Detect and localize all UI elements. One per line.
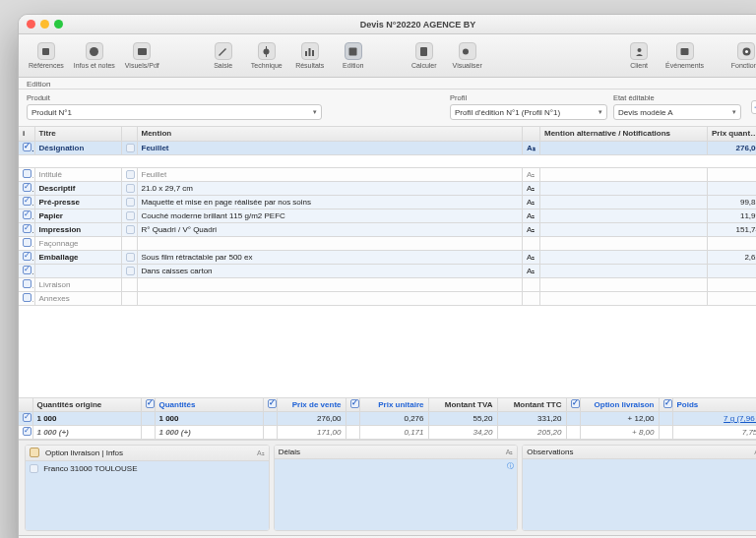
profil-select[interactable]: Profil d'édition N°1 (Profil N°1)▾ [450, 104, 607, 120]
table-row[interactable]: PapierCouché moderne brillant 115 g/m2 P… [19, 209, 756, 222]
qty-row[interactable]: 1 0001 000276,000,27655,20331,20+ 12,007… [19, 412, 756, 426]
profil-label: Profil [450, 93, 607, 102]
checkbox-icon[interactable] [23, 266, 32, 274]
window-controls [27, 20, 63, 29]
card-icon [126, 267, 135, 275]
titlebar: Devis N°20220 AGENCE BY [19, 15, 756, 34]
panel-delais-title: Délais [279, 448, 300, 456]
close-icon[interactable] [27, 20, 35, 29]
col-prix[interactable]: Prix quantité 1 [708, 127, 757, 141]
checkbox-icon[interactable] [268, 399, 277, 408]
toolbar-evenements-button[interactable]: Événements [665, 42, 704, 69]
checkbox-icon[interactable] [23, 252, 32, 261]
toolbar-references-button[interactable]: Références [29, 42, 64, 69]
checkbox-icon[interactable] [350, 399, 359, 408]
col-alt[interactable]: Mention alternative / Notifications [540, 127, 708, 141]
svg-rect-5 [305, 51, 307, 56]
window-title: Devis N°20220 AGENCE BY [71, 20, 756, 30]
col-livraison[interactable]: Option livraison [580, 398, 659, 412]
bottom-panels: Option livraison | Infos A₂ Franco 31000… [19, 440, 756, 535]
table-row[interactable]: Descriptif21.0 x 29,7 cmA₂ [19, 181, 756, 195]
svg-rect-0 [42, 48, 49, 55]
checkbox-icon[interactable] [23, 279, 32, 288]
checkbox-icon[interactable] [23, 238, 32, 247]
table-row[interactable]: EmballageSous film rétractable par 500 e… [19, 250, 756, 264]
col-qty-origine[interactable]: Quantités origine [32, 398, 141, 412]
col-prix-vente[interactable]: Prix de vente [277, 398, 346, 412]
checkbox-icon[interactable] [23, 210, 32, 219]
table-row[interactable]: Façonnage [19, 236, 756, 250]
toolbar-visuels-button[interactable]: Visuels/Pdf [125, 42, 159, 69]
checkbox-icon[interactable] [146, 399, 155, 408]
toolbar-saisie-button[interactable]: Saisie [207, 42, 240, 69]
card-icon [126, 144, 135, 152]
toolbar-visualiser-button[interactable]: Visualiser [451, 42, 484, 69]
saisie-icon [215, 42, 232, 60]
checkbox-icon[interactable] [23, 183, 32, 192]
checkbox-icon[interactable] [23, 427, 32, 436]
visualiser-icon [459, 42, 476, 60]
info-icon[interactable]: ⓘ [507, 461, 514, 471]
checkbox-icon[interactable] [23, 293, 32, 302]
minimize-icon[interactable] [40, 20, 49, 29]
toolbar-calculer-button[interactable]: Calculer [408, 42, 441, 69]
col-titre[interactable]: Titre [34, 127, 121, 141]
app-window: Devis N°20220 AGENCE BY RéférencesInfos … [18, 14, 756, 538]
table-row[interactable]: Dans caisses cartonA₂ [19, 264, 756, 277]
designation-header-row[interactable]: Désignation Feuillet A₂ 276,00 [19, 141, 756, 154]
col-tva[interactable]: Montant TVA [428, 398, 497, 412]
client-icon [630, 42, 648, 60]
doc-icon [30, 464, 38, 473]
svg-rect-12 [681, 48, 689, 55]
checkbox-icon[interactable] [23, 143, 32, 151]
checkbox-icon[interactable] [23, 224, 32, 233]
etat-select[interactable]: Devis modèle A▾ [613, 104, 741, 120]
calculer-icon [415, 42, 433, 60]
toolbar-infos-button[interactable]: Infos et notes [74, 42, 115, 69]
toolbar-edition-button[interactable]: Edition [337, 42, 370, 69]
produit-select[interactable]: Produit N°1▾ [27, 104, 322, 120]
col-mention[interactable]: Mention [137, 127, 523, 141]
produit-label: Produit [27, 93, 322, 102]
svg-rect-8 [349, 47, 357, 55]
quantities-grid[interactable]: Quantités origine Quantités Prix de vent… [19, 397, 756, 441]
col-ttc[interactable]: Montant TTC [497, 398, 566, 412]
checkbox-icon[interactable] [23, 169, 32, 178]
panel-observations: Observations A₂ [522, 445, 756, 531]
svg-rect-6 [309, 48, 311, 56]
table-row[interactable]: Livraison [19, 277, 756, 291]
table-row[interactable]: ImpressionR° Quadri / V° QuadriA₂151,74 [19, 222, 756, 236]
svg-point-14 [745, 50, 748, 53]
col-quantites[interactable]: Quantités [155, 398, 263, 412]
panel-livraison-body[interactable]: Franco 31000 TOULOUSE [26, 461, 269, 530]
checkbox-icon[interactable] [663, 399, 672, 408]
checkbox-icon[interactable] [23, 413, 32, 422]
add-button[interactable]: ⇥ [751, 100, 756, 114]
card-icon [126, 170, 135, 179]
panel-delais-body[interactable]: ⓘ [275, 459, 518, 530]
toolbar-technique-button[interactable]: Technique [250, 42, 284, 69]
col-prix-unitaire[interactable]: Prix unitaire [359, 398, 428, 412]
col-i[interactable]: i [19, 127, 34, 141]
card-icon [126, 184, 135, 193]
checkbox-icon[interactable] [23, 197, 32, 206]
panel-delais: Délais A₂ ⓘ [274, 445, 519, 531]
edition-icon [345, 42, 362, 60]
visuels-icon [133, 42, 151, 60]
toolbar-client-button[interactable]: Client [622, 42, 656, 69]
col-poids[interactable]: Poids [672, 398, 756, 412]
table-row[interactable]: Pré-presseMaquette et mise en page réali… [19, 195, 756, 209]
zoom-icon[interactable] [54, 20, 63, 29]
panel-obs-body[interactable] [523, 459, 756, 530]
svg-rect-4 [266, 46, 267, 57]
etat-label: Etat éditable [613, 93, 741, 102]
infos-icon [86, 42, 103, 60]
qty-row[interactable]: 1 000 (+)1 000 (+)171,000,17134,20205,20… [19, 426, 756, 440]
designation-grid[interactable]: i Titre Mention Mention alternative / No… [19, 127, 756, 397]
checkbox-icon[interactable] [571, 399, 580, 408]
toolbar-resultats-button[interactable]: Résultats [293, 42, 327, 69]
table-row[interactable]: IntituléFeuilletA₂ [19, 167, 756, 181]
resultats-icon [301, 42, 319, 60]
toolbar-fonctions-button[interactable]: Fonctions [729, 42, 756, 69]
table-row[interactable]: Annexes [19, 291, 756, 305]
